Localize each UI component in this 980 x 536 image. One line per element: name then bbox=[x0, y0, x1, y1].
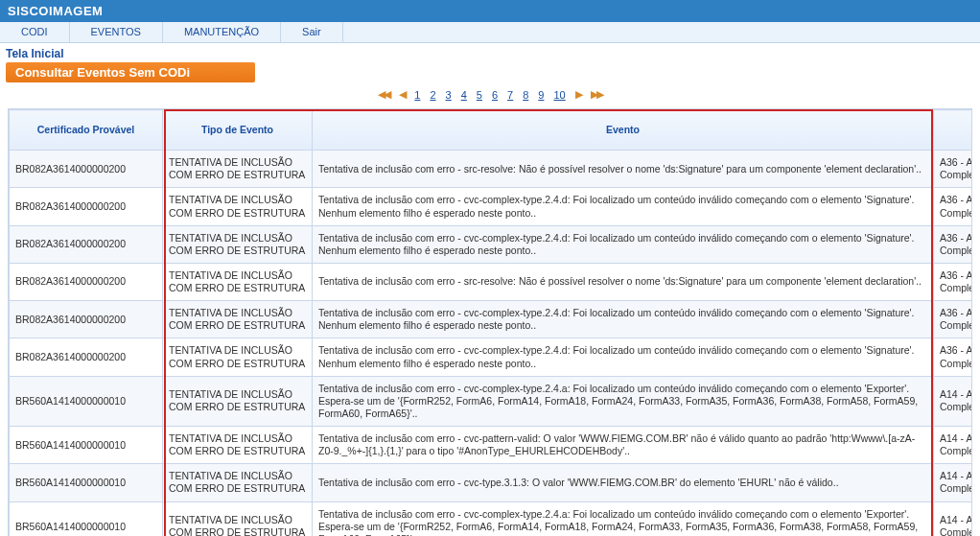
menu-eventos[interactable]: EVENTOS bbox=[70, 22, 163, 42]
cell-evento: Tentativa de inclusão com erro - src-res… bbox=[313, 151, 934, 188]
pager-page-4[interactable]: 4 bbox=[461, 89, 467, 101]
menu-codi[interactable]: CODI bbox=[0, 22, 70, 42]
cell-cert: BR560A1414000000010 bbox=[10, 376, 163, 426]
th-evento[interactable]: Evento bbox=[313, 110, 934, 151]
cell-extra: A36 - Aco Compleme bbox=[934, 301, 973, 338]
content: ◀◀ ◀ 1 2 3 4 5 6 7 8 9 10 ▶ ▶▶ Certifica… bbox=[0, 88, 980, 536]
pager-next-icon[interactable]: ▶ bbox=[575, 88, 581, 101]
events-table: Certificado Provável Tipo de Evento Even… bbox=[9, 109, 972, 536]
th-tipo[interactable]: Tipo de Evento bbox=[163, 110, 313, 151]
menu-manutencao[interactable]: MANUTENÇÃO bbox=[163, 22, 281, 42]
th-extra[interactable]: A bbox=[934, 110, 973, 151]
table-row[interactable]: BR560A1414000000010TENTATIVA DE INCLUSÃO… bbox=[10, 376, 973, 426]
cell-extra: A36 - Aco Compleme bbox=[934, 263, 973, 300]
breadcrumb-wrap: Tela Inicial bbox=[0, 43, 980, 60]
cell-evento: Tentativa de inclusão com erro - cvc-com… bbox=[313, 225, 934, 263]
cell-extra: A14 - Aco Compleme bbox=[934, 427, 973, 464]
cell-cert: BR082A3614000000200 bbox=[10, 301, 163, 338]
cell-evento: Tentativa de inclusão com erro - cvc-com… bbox=[313, 376, 934, 426]
cell-cert: BR082A3614000000200 bbox=[10, 338, 163, 376]
cell-extra: A36 - Aco Compleme bbox=[934, 225, 973, 263]
cell-evento: Tentativa de inclusão com erro - src-res… bbox=[313, 263, 934, 300]
pager-page-1[interactable]: 1 bbox=[414, 89, 420, 101]
cell-tipo: TENTATIVA DE INCLUSÃO COM ERRO DE ESTRUT… bbox=[163, 151, 313, 188]
table-row[interactable]: BR560A1414000000010TENTATIVA DE INCLUSÃO… bbox=[10, 464, 973, 501]
breadcrumb[interactable]: Tela Inicial bbox=[6, 47, 63, 60]
table-row[interactable]: BR082A3614000000200TENTATIVA DE INCLUSÃO… bbox=[10, 188, 973, 225]
pager-page-10[interactable]: 10 bbox=[553, 89, 565, 101]
table-row[interactable]: BR082A3614000000200TENTATIVA DE INCLUSÃO… bbox=[10, 301, 973, 338]
table-row[interactable]: BR082A3614000000200TENTATIVA DE INCLUSÃO… bbox=[10, 151, 973, 188]
pager-page-7[interactable]: 7 bbox=[507, 89, 513, 101]
table-row[interactable]: BR560A1414000000010TENTATIVA DE INCLUSÃO… bbox=[10, 501, 973, 536]
pager-last-icon[interactable]: ▶▶ bbox=[591, 88, 602, 101]
cell-tipo: TENTATIVA DE INCLUSÃO COM ERRO DE ESTRUT… bbox=[163, 225, 313, 263]
cell-cert: BR082A3614000000200 bbox=[10, 188, 163, 225]
cell-evento: Tentativa de inclusão com erro - cvc-com… bbox=[313, 188, 934, 225]
table-row[interactable]: BR560A1414000000010TENTATIVA DE INCLUSÃO… bbox=[10, 427, 973, 464]
cell-extra: A14 - Aco Compleme bbox=[934, 501, 973, 536]
table-row[interactable]: BR082A3614000000200TENTATIVA DE INCLUSÃO… bbox=[10, 263, 973, 300]
menu-sair[interactable]: Sair bbox=[281, 22, 343, 42]
menubar: CODI EVENTOS MANUTENÇÃO Sair bbox=[0, 22, 980, 43]
cell-extra: A36 - Aco Compleme bbox=[934, 338, 973, 376]
table-row[interactable]: BR082A3614000000200TENTATIVA DE INCLUSÃO… bbox=[10, 225, 973, 263]
cell-tipo: TENTATIVA DE INCLUSÃO COM ERRO DE ESTRUT… bbox=[163, 263, 313, 300]
cell-cert: BR560A1414000000010 bbox=[10, 427, 163, 464]
cell-extra: A14 - Aco Compleme bbox=[934, 376, 973, 426]
cell-cert: BR082A3614000000200 bbox=[10, 225, 163, 263]
pager: ◀◀ ◀ 1 2 3 4 5 6 7 8 9 10 ▶ ▶▶ bbox=[8, 88, 972, 101]
pager-first-icon[interactable]: ◀◀ bbox=[378, 88, 389, 101]
pager-prev-icon[interactable]: ◀ bbox=[399, 88, 405, 101]
th-certificado[interactable]: Certificado Provável bbox=[10, 110, 163, 151]
pager-page-9[interactable]: 9 bbox=[538, 89, 544, 101]
cell-tipo: TENTATIVA DE INCLUSÃO COM ERRO DE ESTRUT… bbox=[163, 376, 313, 426]
cell-cert: BR560A1414000000010 bbox=[10, 501, 163, 536]
pager-page-3[interactable]: 3 bbox=[446, 89, 452, 101]
cell-evento: Tentativa de inclusão com erro - cvc-typ… bbox=[313, 464, 934, 501]
pager-page-8[interactable]: 8 bbox=[523, 89, 528, 101]
table-row[interactable]: BR082A3614000000200TENTATIVA DE INCLUSÃO… bbox=[10, 338, 973, 376]
cell-evento: Tentativa de inclusão com erro - cvc-com… bbox=[313, 301, 934, 338]
page-title: Consultar Eventos Sem CODi bbox=[6, 62, 255, 82]
cell-tipo: TENTATIVA DE INCLUSÃO COM ERRO DE ESTRUT… bbox=[163, 188, 313, 225]
cell-tipo: TENTATIVA DE INCLUSÃO COM ERRO DE ESTRUT… bbox=[163, 464, 313, 501]
pager-page-6[interactable]: 6 bbox=[492, 89, 498, 101]
cell-tipo: TENTATIVA DE INCLUSÃO COM ERRO DE ESTRUT… bbox=[163, 501, 313, 536]
cell-extra: A36 - Aco Compleme bbox=[934, 151, 973, 188]
cell-evento: Tentativa de inclusão com erro - cvc-com… bbox=[313, 501, 934, 536]
cell-extra: A14 - Aco Compleme bbox=[934, 464, 973, 501]
cell-cert: BR082A3614000000200 bbox=[10, 263, 163, 300]
cell-evento: Tentativa de inclusão com erro - cvc-com… bbox=[313, 338, 934, 376]
cell-tipo: TENTATIVA DE INCLUSÃO COM ERRO DE ESTRUT… bbox=[163, 301, 313, 338]
cell-tipo: TENTATIVA DE INCLUSÃO COM ERRO DE ESTRUT… bbox=[163, 338, 313, 376]
cell-evento: Tentativa de inclusão com erro - cvc-pat… bbox=[313, 427, 934, 464]
table-wrap: Certificado Provável Tipo de Evento Even… bbox=[8, 108, 972, 536]
pager-page-2[interactable]: 2 bbox=[430, 89, 435, 101]
cell-extra: A36 - Aco Compleme bbox=[934, 188, 973, 225]
cell-cert: BR560A1414000000010 bbox=[10, 464, 163, 501]
app-title: SISCOIMAGEM bbox=[0, 0, 980, 22]
pager-page-5[interactable]: 5 bbox=[477, 89, 482, 101]
cell-cert: BR082A3614000000200 bbox=[10, 151, 163, 188]
cell-tipo: TENTATIVA DE INCLUSÃO COM ERRO DE ESTRUT… bbox=[163, 427, 313, 464]
